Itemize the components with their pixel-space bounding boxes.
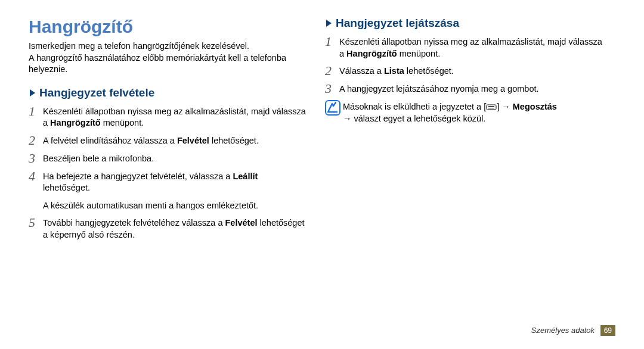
step-number: 2 xyxy=(325,64,339,77)
share-note: Másoknak is elküldheti a jegyzetet a [] … xyxy=(325,100,603,124)
svg-marker-0 xyxy=(30,89,35,96)
step-text: Ha befejezte a hangjegyzet felvételét, v… xyxy=(43,170,307,194)
step-3: 3 Beszéljen bele a mikrofonba. xyxy=(29,152,307,165)
step-5: 5 További hangjegyzetek felvételéhez vál… xyxy=(29,216,307,241)
info-icon xyxy=(325,107,340,117)
step-text: További hangjegyzetek felvételéhez válas… xyxy=(43,216,307,241)
page-title: Hangrögzítő xyxy=(29,17,307,37)
chevron-icon xyxy=(325,17,333,30)
step-4-note: A készülék automatikusan menti a hangos … xyxy=(43,199,307,212)
intro-line2: A hangrögzítő használatához előbb memóri… xyxy=(29,53,286,74)
page-footer: Személyes adatok 69 xyxy=(531,325,615,336)
step-number: 4 xyxy=(29,170,43,183)
step-1: 1 Készenléti állapotban nyissa meg az al… xyxy=(29,105,307,129)
svg-rect-4 xyxy=(487,105,496,110)
subheading-record-text: Hangjegyzet felvétele xyxy=(39,86,154,99)
intro-text: Ismerkedjen meg a telefon hangrögzítőjén… xyxy=(29,40,307,76)
note-text: Másoknak is elküldheti a jegyzetet a [] … xyxy=(343,100,557,124)
footer-page-number: 69 xyxy=(600,325,615,336)
intro-line1: Ismerkedjen meg a telefon hangrögzítőjén… xyxy=(29,41,249,51)
left-column: Hangrögzítő Ismerkedjen meg a telefon ha… xyxy=(29,17,319,349)
step-number: 1 xyxy=(29,105,43,118)
manual-page: Hangrögzítő Ismerkedjen meg a telefon ha… xyxy=(0,0,644,349)
step-2: 2 A felvétel elindításához válassza a Fe… xyxy=(29,134,307,147)
svg-marker-1 xyxy=(326,20,332,27)
subheading-play-text: Hangjegyzet lejátszása xyxy=(336,17,459,29)
step-number: 5 xyxy=(29,216,43,229)
step-number: 2 xyxy=(29,134,43,147)
step-text: Válassza a Lista lehetőséget. xyxy=(339,64,454,77)
step-text: A hangjegyzet lejátszásához nyomja meg a… xyxy=(339,82,539,95)
note-icon-cell xyxy=(325,100,343,118)
footer-section-label: Személyes adatok xyxy=(531,326,595,335)
step-number: 3 xyxy=(325,82,339,95)
play-step-3: 3 A hangjegyzet lejátszásához nyomja meg… xyxy=(325,82,603,95)
subheading-play: Hangjegyzet lejátszása xyxy=(325,17,603,30)
step-text: A felvétel elindításához válassza a Felv… xyxy=(43,134,259,147)
step-4: 4 Ha befejezte a hangjegyzet felvételét,… xyxy=(29,170,307,194)
step-text: Készenléti állapotban nyissa meg az alka… xyxy=(339,35,603,60)
step-text: Beszéljen bele a mikrofonba. xyxy=(43,152,154,165)
step-number: 3 xyxy=(29,152,43,165)
right-column: Hangjegyzet lejátszása 1 Készenléti álla… xyxy=(319,17,615,349)
step-number: 1 xyxy=(325,35,339,48)
svg-rect-2 xyxy=(326,101,340,115)
play-step-2: 2 Válassza a Lista lehetőséget. xyxy=(325,64,603,77)
menu-key-icon xyxy=(486,102,497,111)
step-text: Készenléti állapotban nyissa meg az alka… xyxy=(43,105,307,129)
subheading-record: Hangjegyzet felvétele xyxy=(29,86,307,100)
play-step-1: 1 Készenléti állapotban nyissa meg az al… xyxy=(325,35,603,60)
chevron-icon xyxy=(29,87,37,100)
